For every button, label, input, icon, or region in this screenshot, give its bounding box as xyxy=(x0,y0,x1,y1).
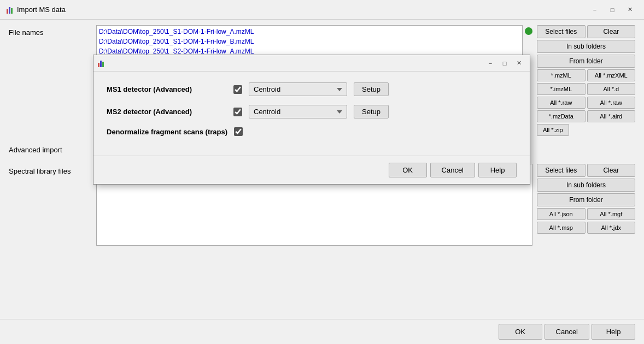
denormalize-label: Denormalize fragment scans (traps) xyxy=(107,128,227,136)
spectral-library-row: Spectral library files Select files Clea… xyxy=(9,164,635,313)
file-item-2[interactable]: D:\Data\DOM\top_250\1_S1-DOM-1-Fri-low_B… xyxy=(99,37,520,46)
file-item-1[interactable]: D:\Data\DOM\top_250\1_S1-DOM-1-Fri-low_A… xyxy=(99,27,520,37)
title-bar: Import MS data − □ ✕ xyxy=(0,0,644,20)
ms1-setup-button[interactable]: Setup xyxy=(354,82,389,96)
dialog-controls: − □ ✕ xyxy=(484,58,525,69)
denormalize-checkbox[interactable] xyxy=(234,127,243,136)
dialog-ok-button[interactable]: OK xyxy=(389,163,427,177)
file-names-clear-button[interactable]: Clear xyxy=(587,25,636,38)
restore-button[interactable]: □ xyxy=(605,4,620,16)
format-imzml-button[interactable]: *.imzML xyxy=(537,83,586,95)
file-names-subfolder-row: In sub folders xyxy=(537,40,635,53)
file-names-top-btns: Select files Clear xyxy=(537,25,635,38)
spectral-clear-button[interactable]: Clear xyxy=(587,164,636,177)
format-all-mzxml-button[interactable]: All *.mzXML xyxy=(587,69,636,81)
spectral-right-panel: Select files Clear In sub folders From f… xyxy=(537,164,635,246)
file-names-fromfolder-row: From folder xyxy=(537,55,635,68)
file-names-format-row-2: *.imzML All *.d xyxy=(537,83,635,95)
format-all-d-button[interactable]: All *.d xyxy=(587,83,636,95)
dialog-icon xyxy=(98,60,104,67)
file-names-label: File names xyxy=(9,25,96,37)
ms1-select[interactable]: Centroid Profile xyxy=(249,82,347,96)
minimize-button[interactable]: − xyxy=(587,4,602,16)
dialog-help-button[interactable]: Help xyxy=(478,163,517,177)
spectral-library-label: Spectral library files xyxy=(9,164,96,175)
ms1-detector-row: MS1 detector (Advanced) Centroid Profile… xyxy=(107,82,517,96)
dialog-cancel-button[interactable]: Cancel xyxy=(430,163,475,177)
spectral-select-button[interactable]: Select files xyxy=(537,164,586,177)
dialog-footer: OK Cancel Help xyxy=(93,156,530,184)
file-names-subfolders-button[interactable]: In sub folders xyxy=(537,40,635,53)
ms2-label: MS2 detector (Advanced) xyxy=(107,108,227,116)
file-names-select-button[interactable]: Select files xyxy=(537,25,586,38)
format-all-jdx-button[interactable]: All *.jdx xyxy=(587,222,636,234)
format-all-json-button[interactable]: All *.json xyxy=(537,208,586,220)
file-names-right-panel: Select files Clear In sub folders From f… xyxy=(537,25,635,136)
ms2-detector-row: MS2 detector (Advanced) Centroid Profile… xyxy=(107,105,517,118)
file-names-format-row-3: All *.raw All *.raw xyxy=(537,97,635,109)
ms2-setup-button[interactable]: Setup xyxy=(354,105,389,118)
file-names-format-row-5: All *.zip xyxy=(537,124,635,136)
app-title: Import MS data xyxy=(17,5,66,14)
dialog-body: MS1 detector (Advanced) Centroid Profile… xyxy=(93,72,530,156)
format-all-raw2-button[interactable]: All *.raw xyxy=(587,97,636,109)
cancel-button[interactable]: Cancel xyxy=(545,324,589,340)
bottom-bar: OK Cancel Help xyxy=(0,319,644,344)
file-names-fromfolder-button[interactable]: From folder xyxy=(537,55,635,68)
spectral-format-row-2: All *.msp All *.jdx xyxy=(537,222,635,234)
dialog-title-left xyxy=(98,60,104,67)
dialog-close-button[interactable]: ✕ xyxy=(512,58,525,69)
spectral-subfolders-button[interactable]: In sub folders xyxy=(537,179,635,192)
spectral-format-row-1: All *.json All *.mgf xyxy=(537,208,635,220)
dialog-minimize-button[interactable]: − xyxy=(484,58,497,69)
ms1-checkbox[interactable] xyxy=(233,85,242,94)
close-button[interactable]: ✕ xyxy=(622,4,637,16)
spectral-subfolder-row: In sub folders xyxy=(537,179,635,192)
ms2-select[interactable]: Centroid Profile xyxy=(249,105,347,118)
spectral-fromfolder-row: From folder xyxy=(537,193,635,206)
format-all-mgf-button[interactable]: All *.mgf xyxy=(587,208,636,220)
format-all-aird-button[interactable]: All *.aird xyxy=(587,110,636,122)
file-names-format-row-4: *.mzData All *.aird xyxy=(537,110,635,122)
denormalize-row: Denormalize fragment scans (traps) xyxy=(107,127,517,136)
file-indicator xyxy=(525,27,532,35)
format-all-msp-button[interactable]: All *.msp xyxy=(537,222,586,234)
spectral-top-btns: Select files Clear xyxy=(537,164,635,177)
ok-button[interactable]: OK xyxy=(499,324,542,340)
advanced-import-label: Advanced import xyxy=(9,146,96,154)
spectral-fromfolder-button[interactable]: From folder xyxy=(537,193,635,206)
format-mzdata-button[interactable]: *.mzData xyxy=(537,110,586,122)
dialog-restore-button[interactable]: □ xyxy=(498,58,511,69)
ms1-label: MS1 detector (Advanced) xyxy=(107,85,227,93)
dialog: − □ ✕ MS1 detector (Advanced) Centroid P… xyxy=(93,55,530,185)
title-bar-controls: − □ ✕ xyxy=(587,4,637,16)
help-button[interactable]: Help xyxy=(592,324,635,340)
app-icon xyxy=(7,6,13,14)
dialog-title-bar: − □ ✕ xyxy=(93,55,530,72)
format-all-raw1-button[interactable]: All *.raw xyxy=(537,97,586,109)
title-bar-left: Import MS data xyxy=(7,5,66,14)
file-names-format-row-1: *.mzML All *.mzXML xyxy=(537,69,635,81)
format-all-zip-button[interactable]: All *.zip xyxy=(537,124,569,136)
ms2-checkbox[interactable] xyxy=(233,108,242,116)
format-mzml-button[interactable]: *.mzML xyxy=(537,69,586,81)
